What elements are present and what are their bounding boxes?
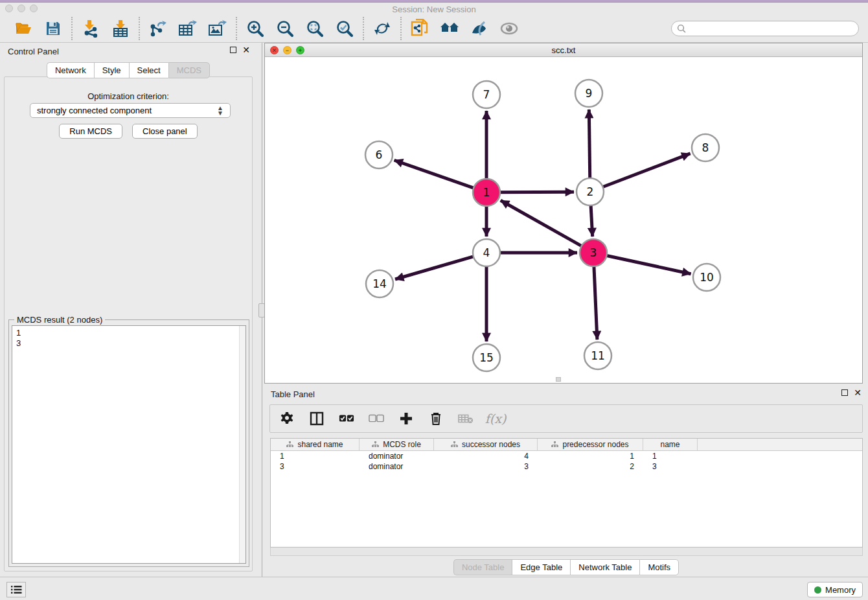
table-row[interactable]: 1dominator411 (271, 451, 862, 461)
table-cell[interactable]: dominator (360, 461, 434, 472)
tab-mcds[interactable]: MCDS (168, 62, 210, 78)
hide-graphics-details-icon[interactable] (470, 19, 489, 38)
export-image-icon[interactable] (208, 19, 227, 38)
table-toolbar: f(x) (269, 404, 863, 433)
create-column-icon[interactable] (398, 411, 414, 426)
table-cell[interactable]: 1 (271, 451, 360, 461)
table-cell[interactable]: dominator (360, 451, 434, 461)
tab-select[interactable]: Select (129, 62, 168, 78)
control-panel-title: Control Panel (8, 47, 59, 56)
node-label-7: 7 (483, 88, 490, 101)
tab-edge-table[interactable]: Edge Table (512, 559, 570, 575)
node-label-11: 11 (591, 349, 605, 362)
apply-layout-icon[interactable] (372, 19, 392, 38)
table-body: 1dominator4113dominator323 (271, 451, 862, 472)
select-all-columns-icon[interactable] (339, 411, 354, 426)
float-table-panel-icon[interactable] (841, 389, 848, 396)
edge-2-3[interactable] (591, 205, 593, 237)
control-panel: Control Panel ✕ NetworkStyleSelectMCDS O… (0, 43, 257, 577)
search-box[interactable] (671, 21, 859, 36)
edge-2-9[interactable] (589, 110, 589, 178)
search-area (671, 21, 859, 36)
close-panel-button[interactable]: Close panel (132, 124, 198, 139)
tab-network[interactable]: Network (47, 62, 94, 78)
show-graphics-details-icon[interactable] (499, 19, 519, 38)
table-panel-header: Table Panel ✕ (264, 386, 868, 404)
optimization-criterion-label: Optimization criterion: (5, 91, 252, 101)
search-icon (677, 24, 686, 33)
mcds-result-text[interactable]: 13 (12, 325, 246, 564)
column-header-MCDS-role[interactable]: MCDS role (360, 439, 434, 450)
edge-1-2[interactable] (500, 192, 574, 192)
import-network-icon[interactable] (81, 19, 100, 38)
edge-4-14[interactable] (395, 257, 474, 279)
table-cell[interactable]: 1 (538, 451, 643, 461)
unselect-all-columns-icon[interactable] (369, 411, 384, 426)
edge-2-8[interactable] (603, 154, 691, 187)
edge-3-1[interactable] (501, 200, 582, 246)
node-label-6: 6 (376, 148, 383, 161)
memory-status-icon (814, 586, 821, 594)
clone-network-icon[interactable] (410, 19, 429, 38)
optimization-criterion-select[interactable]: strongly connected component ▲▼ (30, 103, 231, 118)
table-cell[interactable]: 4 (434, 451, 538, 461)
table-options-icon[interactable] (279, 411, 295, 426)
save-session-icon[interactable] (43, 19, 63, 38)
zoom-out-icon[interactable] (275, 19, 295, 38)
node-label-9: 9 (586, 87, 593, 100)
table-cell[interactable]: 3 (643, 461, 698, 472)
column-header-predecessor-nodes[interactable]: predecessor nodes (538, 439, 643, 450)
function-builder-icon[interactable]: f(x) (488, 411, 503, 426)
column-header-shared-name[interactable]: shared name (271, 439, 360, 450)
network-canvas[interactable]: 7968124314101511 (265, 57, 862, 383)
close-panel-icon[interactable]: ✕ (242, 47, 250, 53)
node-label-2: 2 (587, 185, 594, 198)
import-table-icon[interactable] (111, 19, 130, 38)
delete-columns-icon[interactable] (428, 411, 444, 426)
tab-motifs[interactable]: Motifs (639, 559, 679, 575)
show-column-panel-icon[interactable] (309, 411, 325, 426)
result-scrollbar[interactable] (239, 326, 246, 563)
list-icon (10, 585, 22, 594)
table-horizontal-scrollbar[interactable] (270, 548, 863, 556)
table-cell[interactable]: 2 (538, 461, 643, 472)
table-cell[interactable]: 1 (643, 451, 698, 461)
edge-1-6[interactable] (394, 160, 474, 188)
table-panel: Table Panel ✕ f(x) shared nameMCDS ro (264, 386, 868, 577)
mcds-result-box: MCDS result (2 nodes) 13 (8, 319, 249, 567)
float-panel-icon[interactable] (230, 47, 236, 53)
tab-style[interactable]: Style (94, 62, 129, 78)
dropdown-selected-value: strongly connected component (37, 106, 217, 115)
delete-table-icon[interactable] (458, 411, 474, 426)
zoom-fit-icon[interactable] (305, 19, 325, 38)
node-label-10: 10 (700, 271, 714, 284)
table-cell[interactable]: 3 (434, 461, 538, 472)
zoom-in-icon[interactable] (246, 19, 265, 38)
hierarchy-home-icon[interactable] (440, 19, 459, 38)
search-input[interactable] (690, 23, 853, 33)
edge-3-11[interactable] (594, 266, 597, 340)
column-header-name[interactable]: name (643, 439, 698, 450)
run-mcds-button[interactable]: Run MCDS (59, 124, 122, 139)
dropdown-stepper-icon: ▲▼ (217, 106, 223, 116)
close-table-panel-icon[interactable]: ✕ (854, 389, 862, 396)
node-label-15: 15 (479, 351, 494, 364)
tab-network-table[interactable]: Network Table (570, 559, 639, 575)
column-header-successor-nodes[interactable]: successor nodes (434, 439, 538, 450)
task-history-button[interactable] (6, 582, 26, 597)
export-network-icon[interactable] (148, 19, 168, 38)
table-header-row: shared nameMCDS rolesuccessor nodesprede… (271, 439, 862, 451)
tab-node-table[interactable]: Node Table (453, 559, 512, 575)
memory-button[interactable]: Memory (807, 582, 863, 597)
edge-3-10[interactable] (607, 255, 691, 273)
table-cell[interactable]: 3 (271, 461, 360, 472)
export-table-icon[interactable] (178, 19, 198, 38)
table-row[interactable]: 3dominator323 (271, 461, 862, 472)
zoom-selected-icon[interactable] (335, 19, 354, 38)
open-session-icon[interactable] (14, 19, 33, 38)
window-title: Session: New Session (0, 5, 868, 14)
table-panel-title: Table Panel (271, 389, 315, 399)
node-label-3: 3 (590, 246, 597, 259)
canvas-resize-grip[interactable] (556, 377, 561, 382)
network-window-titlebar[interactable]: ✕ − + scc.txt (265, 43, 862, 57)
